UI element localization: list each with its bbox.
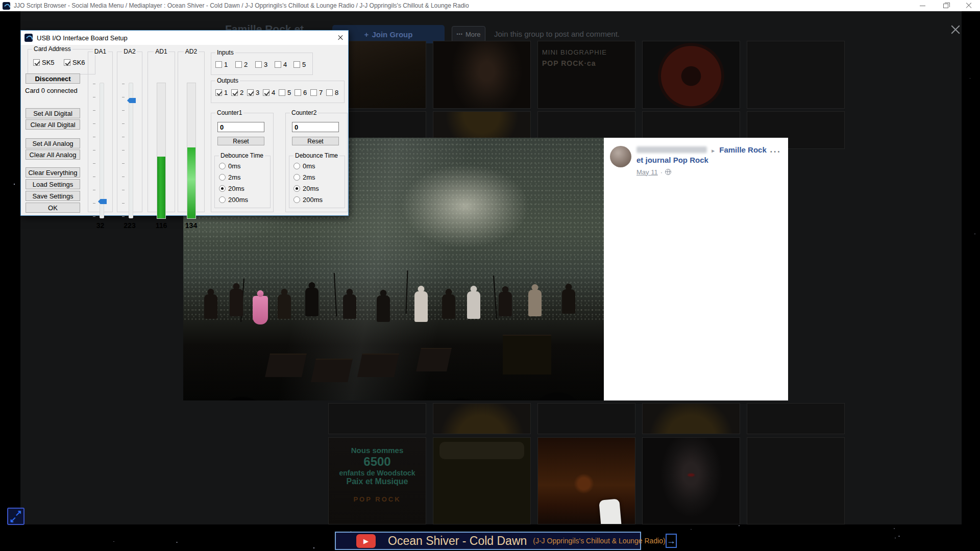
counter2-radio-20ms[interactable]: 20ms (293, 185, 319, 192)
counter1-radio-0ms[interactable]: 0ms (219, 162, 241, 170)
minibio-title: MINI BIOGRAPHIE (542, 48, 631, 56)
da2-slider-group: DA2 223 (117, 52, 142, 212)
input-checkbox-5[interactable]: 5 (293, 61, 306, 68)
output-checkbox-7[interactable]: 7 (310, 89, 323, 96)
radio-circle (219, 196, 226, 203)
checkbox-label: 7 (319, 89, 323, 96)
radio-circle (293, 196, 300, 203)
join-group-label: Join Group (372, 30, 412, 39)
dialog-close-icon[interactable] (333, 31, 348, 45)
photo-tile-comic[interactable] (433, 437, 531, 524)
ad1-label: AD1 (154, 48, 168, 55)
output-checkbox-2[interactable]: 2 (231, 89, 243, 96)
dialog-titlebar[interactable]: USB I/O Interface Board Setup (21, 31, 348, 45)
ad1-meter-group: AD1 116 (148, 52, 175, 212)
photo-tile-sunset[interactable] (537, 437, 635, 524)
da2-slider[interactable] (129, 83, 133, 218)
slider-thumb[interactable] (127, 98, 136, 103)
output-checkbox-5[interactable]: 5 (279, 89, 291, 96)
checkbox-label: 4 (283, 61, 287, 68)
checkbox-sk6[interactable]: SK6 (64, 59, 85, 66)
counter1-value-field[interactable] (217, 122, 264, 132)
counter1-reset-button[interactable]: Reset (217, 137, 264, 145)
ad2-value: 134 (178, 221, 204, 230)
play-button[interactable]: ▶ (356, 534, 376, 548)
photo-tile[interactable] (747, 437, 845, 524)
checkbox-box (275, 61, 281, 68)
avatar[interactable] (610, 146, 631, 167)
output-checkbox-6[interactable]: 6 (295, 89, 307, 96)
slider-ticks (122, 52, 125, 212)
next-button[interactable]: → (666, 534, 677, 548)
photo-tile[interactable] (747, 403, 845, 434)
save-settings-button[interactable]: Save Settings (26, 191, 80, 201)
da1-value: 32 (88, 221, 112, 230)
ok-button[interactable]: OK (26, 203, 80, 213)
checkbox-box (215, 89, 222, 96)
checkbox-box (279, 89, 285, 96)
slider-ticks (93, 52, 96, 212)
clear-all-analog-button[interactable]: Clear All Analog (26, 149, 80, 160)
counter2-radio-0ms[interactable]: 0ms (293, 162, 315, 170)
photo-tile[interactable] (642, 403, 740, 434)
photo-tile[interactable] (747, 41, 845, 109)
input-checkbox-1[interactable]: 1 (215, 61, 228, 68)
post-date-link[interactable]: May 11 (636, 168, 658, 176)
output-checkbox-4[interactable]: 4 (263, 89, 275, 96)
woodstock-line: enfants de Woodstock (329, 469, 426, 477)
load-settings-button[interactable]: Load Settings (26, 179, 80, 189)
set-all-digital-button[interactable]: Set All Digital (26, 108, 80, 118)
input-checkbox-2[interactable]: 2 (235, 61, 248, 68)
photo-tile[interactable] (328, 403, 426, 434)
counter2-value-field[interactable] (292, 122, 339, 132)
set-all-analog-button[interactable]: Set All Analog (26, 138, 80, 148)
ad2-meter-group: AD2 134 (178, 52, 205, 212)
counter1-radio-2ms[interactable]: 2ms (219, 173, 241, 181)
woodstock-line: 6500 (329, 455, 426, 469)
lightbox-close-icon[interactable] (949, 23, 962, 36)
radio-circle (293, 174, 300, 181)
clear-everything-button[interactable]: Clear Everything (26, 167, 80, 178)
photo-tile-woodstock[interactable]: Nous sommes 6500 enfants de Woodstock Pa… (328, 437, 426, 524)
disconnect-button[interactable]: Disconnect (26, 73, 80, 84)
counter2-radio-200ms[interactable]: 200ms (293, 196, 323, 204)
inputs-label: Inputs (215, 49, 235, 56)
photo-tile-minibio[interactable]: MINI BIOGRAPHIE POP ROCK·ca (537, 41, 635, 109)
window-title: JJO Script Browser - Social Media Menu /… (14, 2, 469, 9)
photo-tile-record[interactable] (642, 41, 740, 109)
usb-io-dialog: USB I/O Interface Board Setup Card Addre… (20, 30, 349, 216)
expand-sw-icon: ↙ (10, 515, 16, 524)
checkbox-sk5[interactable]: SK5 (33, 59, 55, 66)
da1-slider[interactable] (100, 83, 104, 218)
counter2-reset-button[interactable]: Reset (292, 137, 339, 145)
slider-thumb[interactable] (98, 199, 107, 204)
post-menu-button[interactable]: ⋯ (769, 145, 781, 158)
counter1-radio-20ms[interactable]: 20ms (219, 185, 244, 192)
output-checkbox-8[interactable]: 8 (326, 89, 338, 96)
input-checkbox-4[interactable]: 4 (275, 61, 287, 68)
photo-tile[interactable] (433, 403, 531, 434)
clear-all-digital-button[interactable]: Clear All Digital (26, 119, 80, 130)
checkbox-box (64, 59, 70, 66)
checkbox-box (326, 89, 333, 96)
photo-tile[interactable] (433, 41, 531, 109)
checkbox-label: 3 (256, 89, 259, 96)
restore-button[interactable] (934, 0, 957, 11)
close-button[interactable] (957, 0, 980, 11)
output-checkbox-3[interactable]: 3 (247, 89, 259, 96)
more-dots-icon: ••• (456, 32, 462, 37)
counter1-debounce-group: Debounce Time 0ms 2ms 20ms 200ms (214, 156, 271, 208)
expand-button[interactable]: ↗ ↙ (7, 508, 24, 525)
photo-tile[interactable] (537, 403, 635, 434)
photo-tile-portrait[interactable] (642, 437, 740, 524)
output-checkbox-1[interactable]: 1 (215, 89, 228, 96)
app-icon (3, 2, 10, 10)
counter1-radio-200ms[interactable]: 200ms (219, 196, 248, 204)
minimize-button[interactable] (911, 0, 934, 11)
more-button[interactable]: ••• More (452, 26, 485, 42)
counter2-radio-2ms[interactable]: 2ms (293, 173, 315, 181)
checkbox-label: 6 (303, 89, 307, 96)
checkbox-box (255, 61, 262, 68)
plus-icon: + (364, 30, 369, 39)
input-checkbox-3[interactable]: 3 (255, 61, 267, 68)
